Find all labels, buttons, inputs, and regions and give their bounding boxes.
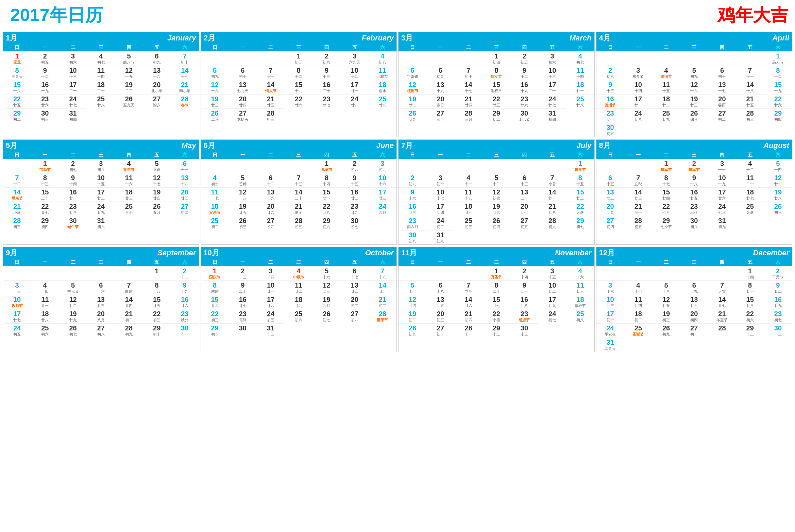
day-note: 初七 [576, 60, 584, 64]
calendar-body-10: 1国庆节2十三3十四4中秋节5十六6十七7十八8寒露9二十10廿一11廿二12廿… [201, 266, 397, 338]
day-cell-23: 23感恩节 [510, 309, 538, 323]
day-note: 初六 [295, 318, 302, 322]
day-number: 26 [153, 202, 160, 210]
day-note: 情人节 [265, 89, 276, 93]
day-number: 20 [606, 202, 614, 210]
day-note: 寒衣节 [575, 304, 586, 308]
weekday-label-三: 三 [483, 259, 510, 266]
day-note: 三月 [465, 117, 472, 121]
day-number: 1 [494, 267, 498, 275]
day-note: 十六 [125, 182, 133, 186]
day-note: 南小年 [179, 89, 190, 93]
day-note: 初二 [125, 318, 133, 322]
weekday-label-三: 三 [87, 151, 115, 159]
day-note: 十四 [69, 182, 77, 186]
day-number: 7 [127, 281, 131, 289]
day-headers: 日一二三四五六 [399, 151, 594, 159]
day-cell-18: 18父亲节 [201, 202, 229, 216]
day-note: 初五 [41, 60, 49, 64]
day-cell-9: 9廿二 [764, 280, 792, 295]
day-note: 廿七 [69, 103, 77, 107]
day-cell-31: 31初六 [87, 216, 115, 230]
day-cell-31: 31初四 [59, 108, 87, 123]
day-note: 廿九 [774, 304, 782, 308]
empty-cell [31, 266, 59, 280]
month-header-8: 8月August [596, 140, 792, 151]
day-cell-10: 10十四 [624, 80, 652, 94]
day-cell-1: 1初五 [285, 51, 312, 66]
day-cell-16: 16十九 [31, 80, 59, 94]
day-number: 5 [127, 52, 131, 60]
day-cell-20: 20廿四 [229, 94, 257, 108]
calendar-row-1: 1月January日一二三四五六1元旦2初五3初六4初七5腊八节6初九7初十8三… [0, 31, 795, 138]
day-cell-28: 28初九 [115, 323, 143, 338]
day-note: 清明节 [661, 74, 672, 79]
day-number: 25 [746, 202, 754, 210]
day-cell-18: 18廿三 [115, 187, 143, 202]
month-cn-label: 8月 [599, 140, 611, 151]
day-number: 19 [662, 310, 670, 318]
day-note: 教师节 [12, 304, 23, 308]
day-number: 17 [13, 310, 21, 318]
month-header-12: 12月December [596, 247, 792, 259]
day-number: 28 [267, 109, 274, 117]
day-cell-28: 28初三 [736, 108, 764, 123]
day-number: 25 [125, 202, 133, 210]
day-cell-22: 22小雪 [483, 309, 510, 323]
day-cell-27: 27初八 [341, 309, 369, 323]
day-number: 14 [718, 295, 726, 304]
day-note: 母亲节 [12, 196, 23, 200]
day-number: 8 [15, 66, 19, 74]
day-cell-4: 4初七 [87, 51, 115, 66]
day-cell-5: 5十八 [652, 280, 680, 295]
day-note: 十九 [295, 89, 302, 93]
day-note: 初十 [153, 332, 160, 336]
day-number: 26 [662, 324, 670, 332]
day-cell-19: 19廿四 [143, 187, 171, 202]
day-note: 出伏 [690, 210, 698, 214]
day-note: 十五 [97, 182, 105, 186]
weekday-label-六: 六 [566, 151, 594, 159]
day-cell-18: 18廿七 [736, 187, 764, 202]
day-note: 七夕节 [661, 225, 672, 229]
day-cell-4: 4初十 [201, 173, 229, 187]
day-number: 9 [608, 81, 612, 89]
day-cell-17: 17廿九 [538, 295, 566, 309]
day-cell-28: 28初五 [285, 216, 312, 230]
day-number: 25 [635, 324, 642, 332]
day-number: 16 [351, 188, 358, 196]
empty-cell [201, 51, 229, 66]
day-number: 10 [548, 281, 556, 289]
day-number: 24 [267, 310, 274, 318]
day-cell-6: 6十六 [87, 280, 115, 295]
day-number: 4 [99, 52, 103, 60]
day-note: 廿九 [295, 304, 302, 308]
day-note: 廿三 [211, 103, 219, 107]
day-number: 21 [464, 310, 472, 318]
day-number: 3 [15, 281, 19, 289]
day-note: 初六 [746, 318, 754, 322]
weekday-label-日: 日 [3, 44, 31, 51]
day-note: 初九 [409, 332, 416, 336]
empty-cell [399, 51, 426, 66]
day-number: 26 [409, 324, 416, 332]
day-cell-31: 31初九 [426, 230, 454, 244]
day-cell-23: 23秋分 [171, 309, 199, 323]
day-note: 初五 [267, 318, 274, 322]
day-cell-16: 16廿九 [764, 295, 792, 309]
day-number: 18 [295, 295, 302, 304]
day-number: 5 [411, 66, 415, 74]
month-header-7: 7月July [399, 140, 594, 151]
day-cell-7: 7白露 [115, 280, 143, 295]
empty-cell [59, 266, 87, 280]
day-number: 26 [323, 310, 330, 318]
day-number: 17 [718, 188, 726, 196]
day-number: 5 [213, 66, 217, 74]
day-cell-10: 10教师节 [3, 295, 31, 309]
day-cell-26: 26初四 [483, 216, 510, 230]
day-cell-21: 21廿八 [538, 202, 566, 216]
day-cell-27: 27初五 [510, 216, 538, 230]
day-cell-10: 10十九 [708, 173, 736, 187]
day-note: 十一 [153, 275, 160, 279]
day-note: 廿一 [635, 103, 642, 107]
